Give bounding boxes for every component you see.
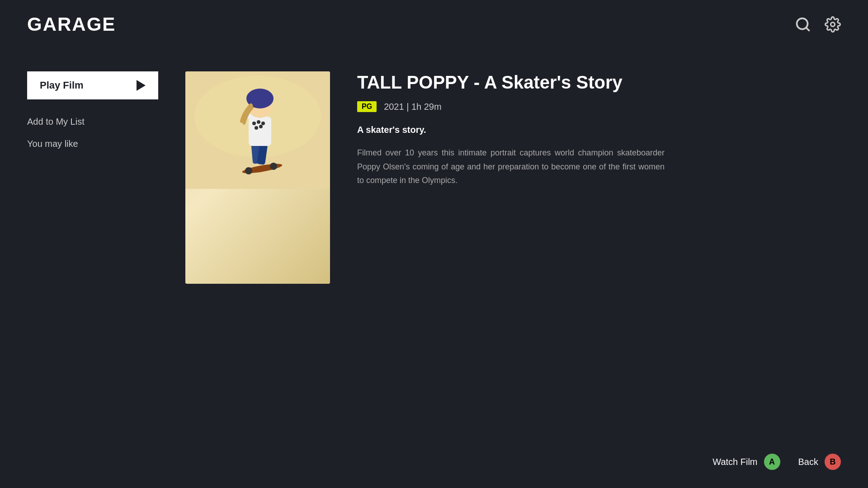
main-content: Play Film Add to My List You may like [0,44,868,284]
watch-film-action[interactable]: Watch Film A [712,454,780,470]
b-button[interactable]: B [825,454,841,470]
svg-point-18 [255,126,258,130]
movie-description: Filmed over 10 years this intimate portr… [357,146,665,188]
svg-point-19 [259,125,263,128]
movie-poster: TALL POPPY A SKATER'S STORY [185,71,330,284]
play-icon [137,80,146,91]
footer: Watch Film A Back B [712,454,841,470]
header-icons [795,16,841,33]
svg-point-16 [257,120,260,124]
rating-badge: PG [357,101,377,112]
back-action[interactable]: Back B [798,454,841,470]
settings-icon[interactable] [825,16,841,33]
svg-point-2 [831,23,835,27]
movie-tagline: A skater's story. [357,125,841,135]
you-may-like-link[interactable]: You may like [27,134,158,154]
header: GARAGE [0,0,868,44]
poster-skater-bg [185,71,330,284]
search-icon[interactable] [795,16,811,33]
svg-point-17 [261,122,265,125]
movie-year-duration: 2021 | 1h 29m [384,102,442,112]
svg-point-6 [245,167,252,174]
play-film-button[interactable]: Play Film [27,71,158,99]
a-button[interactable]: A [764,454,780,470]
svg-line-1 [806,28,809,31]
svg-point-15 [252,122,256,125]
movie-meta: PG 2021 | 1h 29m [357,101,841,112]
movie-title: TALL POPPY - A Skater's Story [357,71,841,93]
back-label: Back [798,457,818,467]
app-logo: GARAGE [27,14,116,35]
add-to-list-link[interactable]: Add to My List [27,112,158,131]
movie-info: TALL POPPY - A Skater's Story PG 2021 | … [357,71,841,188]
svg-point-7 [270,163,277,170]
watch-film-label: Watch Film [712,457,757,467]
sidebar: Play Film Add to My List You may like [27,71,158,156]
